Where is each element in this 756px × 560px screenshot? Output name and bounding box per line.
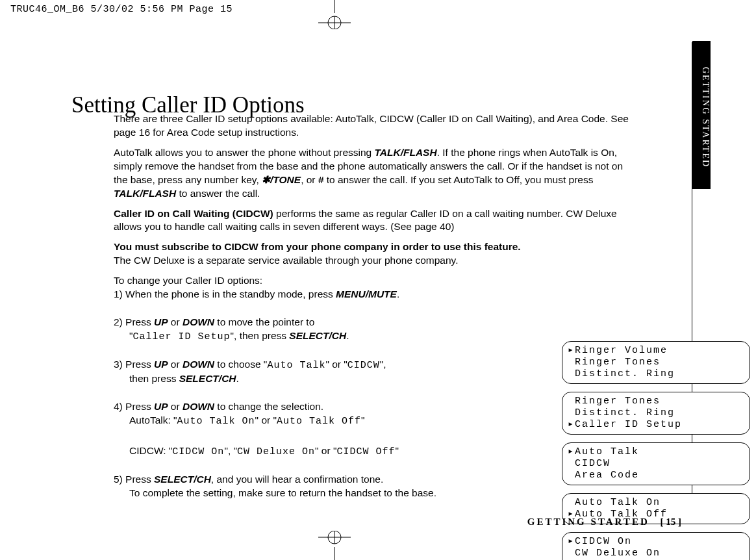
lcd-row: Area Code bbox=[568, 470, 743, 481]
steps-list: To change your Caller ID options: 1) Whe… bbox=[114, 274, 633, 500]
step-2-line2: "Caller ID Setup", then press SELECT/CH. bbox=[114, 329, 438, 344]
step-3-line2: then press SELECT/CH. bbox=[114, 372, 438, 386]
text: or bbox=[168, 316, 183, 327]
steps-intro: To change your Caller ID options: bbox=[114, 274, 633, 288]
text: or bbox=[168, 401, 183, 412]
lcd-row: Auto Talk On bbox=[568, 497, 743, 509]
key-talkflash: TALK/FLASH bbox=[375, 147, 437, 158]
text: AutoTalk allows you to answer the phone … bbox=[114, 147, 375, 158]
lcd-row: CW Deluxe On bbox=[568, 548, 743, 559]
cidcw-para: Caller ID on Call Waiting (CIDCW) perfor… bbox=[114, 207, 633, 235]
lcd-text: CIDCW On bbox=[172, 446, 224, 457]
footer-section: GETTING STARTED bbox=[527, 516, 649, 527]
page-number: [ 15 ] bbox=[661, 516, 682, 527]
key-up: UP bbox=[154, 316, 168, 327]
text: then press bbox=[129, 373, 179, 384]
cropmark-top bbox=[309, 0, 360, 29]
text: 2) Press bbox=[114, 316, 154, 327]
text: " bbox=[395, 445, 399, 456]
intro-para: There are three Caller ID setup options … bbox=[114, 112, 633, 140]
step-4-line2: AutoTalk: "Auto Talk On" or "Auto Talk O… bbox=[114, 414, 438, 428]
key-up: UP bbox=[154, 401, 168, 412]
lcd-text: Auto Talk On bbox=[177, 416, 255, 427]
text: " or " bbox=[255, 414, 277, 426]
key-down: DOWN bbox=[183, 401, 214, 412]
key-talkflash: TALK/FLASH bbox=[114, 188, 176, 199]
lcd-row: ▸Auto Talk bbox=[568, 446, 743, 458]
lcd-text: CW Deluxe On bbox=[237, 446, 315, 457]
text: " or " bbox=[325, 359, 347, 370]
text: " bbox=[361, 414, 365, 426]
key-down: DOWN bbox=[183, 359, 214, 370]
lcd-row: ▸Caller ID Setup bbox=[568, 419, 743, 431]
subscribe-bold: You must subscribe to CIDCW from your ph… bbox=[114, 241, 521, 252]
text: . bbox=[236, 373, 239, 384]
section-tab: GETTING STARTED bbox=[692, 41, 711, 189]
text: to move the pointer to bbox=[214, 316, 314, 327]
lcd-text: Auto Talk Off bbox=[277, 416, 361, 427]
text: or bbox=[168, 359, 183, 370]
text: ", bbox=[380, 359, 386, 370]
key-select-ch: SELECT/CH bbox=[179, 373, 236, 384]
lcd-text: Caller ID Setup bbox=[133, 331, 231, 342]
subscribe-para: You must subscribe to CIDCW from your ph… bbox=[114, 240, 633, 268]
cidcw-label: Caller ID on Call Waiting (CIDCW) bbox=[114, 208, 273, 219]
key-star-tone: ✱/TONE bbox=[262, 174, 301, 185]
text: . bbox=[346, 330, 349, 341]
text: ", " bbox=[224, 445, 237, 456]
step-4-line3: CIDCW: "CIDCW On", "CW Deluxe On" or "CI… bbox=[114, 444, 438, 459]
key-menu-mute: MENU/MUTE bbox=[336, 288, 397, 299]
step-1: 1) When the phone is in the standby mode… bbox=[114, 288, 438, 301]
text: to change the selection. bbox=[214, 401, 323, 412]
autotalk-para: AutoTalk allows you to answer the phone … bbox=[114, 146, 633, 201]
text: CIDCW: " bbox=[129, 445, 172, 456]
text: to choose " bbox=[214, 359, 267, 370]
text: ", then press bbox=[231, 330, 290, 341]
text: to answer the call. If you set AutoTalk … bbox=[323, 174, 593, 185]
lcd-screen-5: ▸CIDCW On CW Deluxe On CIDCW Off bbox=[562, 532, 750, 560]
lcd-row: ▸Ringer Volume bbox=[568, 345, 743, 357]
step-2: 2) Press UP or DOWN to move the pointer … bbox=[114, 316, 438, 344]
text: AutoTalk: " bbox=[129, 414, 177, 426]
step-4: 4) Press UP or DOWN to change the select… bbox=[114, 400, 438, 458]
text: 3) Press bbox=[114, 359, 154, 370]
text: " or " bbox=[315, 445, 336, 456]
key-select-ch: SELECT/CH bbox=[289, 330, 346, 341]
text: , or bbox=[301, 174, 318, 185]
step-3: 3) Press UP or DOWN to choose "Auto Talk… bbox=[114, 358, 438, 386]
page-body: GETTING STARTED Setting Caller ID Option… bbox=[0, 29, 756, 560]
lcd-row: Distinct. Ring bbox=[568, 407, 743, 419]
text: to answer the call. bbox=[176, 188, 260, 199]
key-up: UP bbox=[154, 359, 168, 370]
lcd-row: Ringer Tones bbox=[568, 357, 743, 368]
print-header: TRUC46_OM_B6 5/30/02 5:56 PM Page 15 bbox=[10, 4, 233, 15]
lcd-text: CIDCW Off bbox=[336, 446, 395, 457]
lcd-screen-3: ▸Auto Talk CIDCW Area Code bbox=[562, 442, 750, 485]
lcd-screen-1: ▸Ringer Volume Ringer Tones Distinct. Ri… bbox=[562, 341, 750, 384]
lcd-screen-2: Ringer Tones Distinct. Ring▸Caller ID Se… bbox=[562, 392, 750, 435]
text: 4) Press bbox=[114, 401, 154, 412]
page-footer: GETTING STARTED [ 15 ] bbox=[527, 516, 681, 528]
key-down: DOWN bbox=[183, 316, 214, 327]
svg-point-2 bbox=[328, 16, 341, 29]
lcd-row: ▸CIDCW On bbox=[568, 536, 743, 548]
text: , and you will hear a confirmation tone. bbox=[211, 474, 383, 485]
text: 5) Press bbox=[114, 474, 154, 485]
text: The CW Deluxe is a separate service avai… bbox=[114, 255, 458, 266]
key-select-ch: SELECT/CH bbox=[154, 474, 211, 485]
body-column: There are three Caller ID setup options … bbox=[114, 112, 633, 515]
text: . bbox=[397, 288, 399, 299]
lcd-row: Ringer Tones bbox=[568, 396, 743, 407]
text: 1) When the phone is in the standby mode… bbox=[114, 288, 336, 299]
lcd-text: CIDCW bbox=[347, 360, 380, 371]
step-5-line2: To complete the setting, make sure to re… bbox=[114, 487, 568, 500]
lcd-row: CIDCW bbox=[568, 458, 743, 470]
lcd-text: Auto Talk bbox=[267, 360, 325, 371]
step-5: 5) Press SELECT/CH, and you will hear a … bbox=[114, 473, 568, 500]
lcd-row: Distinct. Ring bbox=[568, 368, 743, 380]
